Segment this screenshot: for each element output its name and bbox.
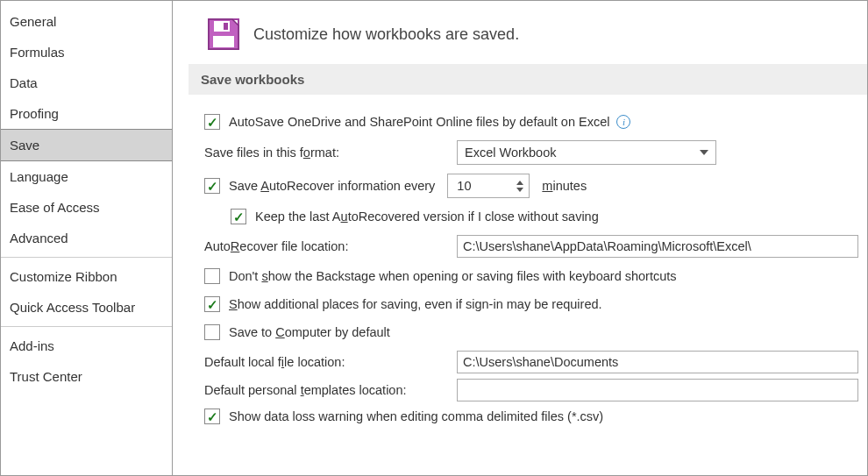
input-templates-location[interactable]	[457, 379, 858, 401]
checkbox-show-places[interactable]	[204, 296, 220, 312]
label-autorecover: Save AutoRecover information every	[229, 179, 435, 193]
row-default-location: Default local file location: C:\Users\sh…	[204, 351, 858, 373]
row-csv-warning: Show data loss warning when editing comm…	[204, 407, 858, 426]
checkbox-autosave[interactable]	[204, 114, 220, 130]
row-save-computer: Save to Computer by default	[204, 323, 858, 342]
checkbox-autorecover[interactable]	[204, 178, 220, 194]
row-autorecover-location: AutoRecover file location: C:\Users\shan…	[204, 235, 858, 258]
sidebar-separator	[1, 326, 172, 327]
label-keep-last: Keep the last AutoRecovered version if I…	[255, 210, 599, 224]
info-icon[interactable]: i	[616, 115, 630, 129]
sidebar-item-add-ins[interactable]: Add-ins	[1, 330, 172, 361]
checkbox-keep-last[interactable]	[231, 209, 246, 224]
save-floppy-icon	[206, 17, 241, 52]
options-dialog: General Formulas Data Proofing Save Lang…	[0, 0, 868, 476]
row-templates-location: Default personal templates location:	[204, 379, 858, 401]
label-autosave: AutoSave OneDrive and SharePoint Online …	[229, 115, 630, 129]
svg-rect-4	[213, 36, 234, 47]
row-autosave: AutoSave OneDrive and SharePoint Online …	[204, 112, 858, 131]
input-autorecover-location[interactable]: C:\Users\shane\AppData\Roaming\Microsoft…	[457, 235, 858, 258]
sidebar-separator	[1, 257, 172, 258]
row-no-backstage: Don't show the Backstage when opening or…	[204, 266, 858, 286]
checkbox-save-computer[interactable]	[204, 324, 220, 340]
spinner-autorecover-minutes[interactable]: 10	[447, 174, 530, 198]
label-show-places: Show additional places for saving, even …	[229, 297, 602, 311]
sidebar-item-trust-center[interactable]: Trust Center	[1, 361, 172, 392]
sidebar-item-advanced[interactable]: Advanced	[1, 223, 172, 253]
label-autorecover-location: AutoRecover file location:	[204, 239, 457, 253]
sidebar-item-data[interactable]: Data	[1, 67, 172, 98]
input-default-location[interactable]: C:\Users\shane\Documents	[457, 351, 858, 373]
section-header-save-workbooks: Save workbooks	[189, 64, 867, 95]
chevron-down-icon	[700, 150, 708, 155]
spinner-arrows-icon	[516, 181, 523, 192]
row-show-places: Show additional places for saving, even …	[204, 295, 858, 314]
dropdown-save-format[interactable]: Excel Workbook	[457, 140, 716, 165]
sidebar-item-customize-ribbon[interactable]: Customize Ribbon	[1, 261, 172, 292]
label-minutes: minutes	[542, 179, 587, 193]
row-autorecover: Save AutoRecover information every 10 mi…	[204, 174, 858, 198]
label-save-computer: Save to Computer by default	[229, 325, 390, 339]
sidebar-item-ease-of-access[interactable]: Ease of Access	[1, 192, 172, 223]
label-templates-location: Default personal templates location:	[204, 383, 457, 397]
checkbox-no-backstage[interactable]	[204, 268, 220, 284]
checkbox-csv-warning[interactable]	[204, 409, 220, 424]
svg-rect-3	[224, 23, 228, 30]
sidebar-item-formulas[interactable]: Formulas	[1, 37, 172, 67]
label-default-location: Default local file location:	[204, 355, 457, 369]
sidebar: General Formulas Data Proofing Save Lang…	[1, 1, 173, 475]
label-csv-warning: Show data loss warning when editing comm…	[229, 409, 603, 423]
section-content: AutoSave OneDrive and SharePoint Online …	[189, 95, 867, 435]
sidebar-item-save[interactable]: Save	[1, 129, 172, 161]
sidebar-item-language[interactable]: Language	[1, 161, 172, 192]
row-keep-last: Keep the last AutoRecovered version if I…	[231, 207, 858, 226]
page-title: Customize how workbooks are saved.	[253, 25, 519, 44]
label-no-backstage: Don't show the Backstage when opening or…	[229, 269, 677, 283]
page-header: Customize how workbooks are saved.	[189, 1, 867, 64]
main-panel: Customize how workbooks are saved. Save …	[173, 1, 867, 475]
sidebar-item-quick-access-toolbar[interactable]: Quick Access Toolbar	[1, 292, 172, 323]
row-save-format: Save files in this format: Excel Workboo…	[204, 140, 858, 165]
sidebar-item-proofing[interactable]: Proofing	[1, 98, 172, 129]
sidebar-item-general[interactable]: General	[1, 6, 172, 37]
label-save-format: Save files in this format:	[204, 146, 457, 160]
